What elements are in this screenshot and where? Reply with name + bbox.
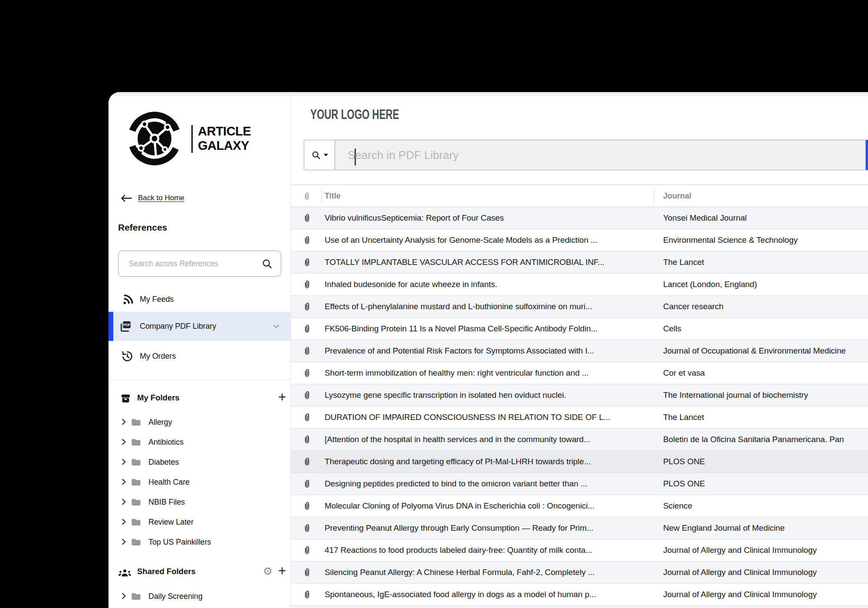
- folder-item[interactable]: Top US Painkillers: [108, 532, 290, 552]
- sidebar-item-label[interactable]: My Orders: [140, 352, 176, 361]
- table-row[interactable]: TOTALLY IMPLANTABLE VASCULAR ACCESS FOR …: [291, 251, 868, 274]
- sidebar-item-company-pdf-library[interactable]: PDF Company PDF Library: [108, 312, 290, 341]
- table-row[interactable]: Molecular Cloning of Polyoma Virus DNA i…: [291, 495, 868, 517]
- table-row[interactable]: Silencing Peanut Allergy: A Chinese Herb…: [291, 562, 868, 584]
- chevron-right-icon[interactable]: [122, 479, 126, 485]
- row-journal[interactable]: Lancet (London, England): [663, 274, 868, 295]
- chevron-right-icon[interactable]: [122, 459, 126, 465]
- paperclip-icon[interactable]: [303, 346, 311, 356]
- row-journal[interactable]: Science: [663, 495, 868, 517]
- chevron-right-icon[interactable]: [122, 419, 126, 425]
- paperclip-icon[interactable]: [303, 545, 311, 555]
- row-title[interactable]: Molecular Cloning of Polyoma Virus DNA i…: [325, 495, 647, 517]
- sidebar-item-my-feeds[interactable]: My Feeds: [108, 289, 290, 309]
- folder-label[interactable]: Diabetes: [148, 458, 179, 467]
- paperclip-icon[interactable]: [303, 302, 311, 312]
- table-row[interactable]: FK506-Binding Protein 11 Is a Novel Plas…: [291, 318, 868, 340]
- paperclip-icon[interactable]: [303, 280, 311, 290]
- paperclip-icon[interactable]: [303, 368, 311, 378]
- folder-label[interactable]: Review Later: [148, 518, 194, 527]
- gear-icon[interactable]: ⚙: [261, 565, 274, 578]
- paperclip-icon[interactable]: [303, 413, 311, 423]
- paperclip-icon[interactable]: [303, 213, 311, 223]
- row-title[interactable]: Inhaled budesonide for acute wheeze in i…: [325, 274, 647, 295]
- paperclip-icon[interactable]: [303, 568, 311, 578]
- folder-item[interactable]: Health Care: [108, 472, 290, 492]
- row-journal[interactable]: The Lancet: [663, 251, 868, 273]
- table-row[interactable]: [Attention of the hospital in health ser…: [291, 429, 868, 451]
- table-row[interactable]: Preventing Peanut Allergy through Early …: [291, 517, 868, 539]
- folder-item[interactable]: Daily Screening: [108, 586, 290, 606]
- row-title[interactable]: FK506-Binding Protein 11 Is a Novel Plas…: [325, 318, 647, 340]
- row-journal[interactable]: The International journal of biochemistr…: [663, 384, 868, 406]
- row-title[interactable]: Use of an Uncertainty Analysis for Genom…: [325, 229, 647, 251]
- table-row[interactable]: Prevalence of and Potential Risk Factors…: [291, 340, 868, 362]
- folder-label[interactable]: NBIB Files: [148, 498, 185, 507]
- paperclip-icon[interactable]: [303, 192, 310, 201]
- table-row[interactable]: Lysozyme gene specific transcription in …: [291, 384, 868, 406]
- row-journal[interactable]: Journal of Allergy and Clinical Immunolo…: [663, 539, 868, 561]
- sidebar-item-label[interactable]: My Feeds: [140, 295, 174, 304]
- row-title[interactable]: Therapeutic dosing and targeting efficac…: [325, 451, 647, 473]
- row-journal[interactable]: PLOS ONE: [663, 451, 868, 473]
- row-journal[interactable]: Cancer research: [663, 296, 868, 317]
- table-row[interactable]: DURATION OF IMPAIRED CONSCIOUSNESS IN RE…: [291, 406, 868, 429]
- sidebar-item-my-orders[interactable]: My Orders: [108, 346, 290, 366]
- paperclip-icon[interactable]: [303, 523, 311, 533]
- folder-label[interactable]: Antibiotics: [148, 438, 184, 447]
- paperclip-icon[interactable]: [303, 457, 311, 467]
- paperclip-icon[interactable]: [303, 479, 311, 489]
- row-journal[interactable]: New England Journal of Medicine: [663, 517, 868, 539]
- row-journal[interactable]: Journal of Allergy and Clinical Immunolo…: [663, 584, 868, 605]
- paperclip-icon[interactable]: [303, 590, 311, 600]
- references-search-input[interactable]: [118, 251, 281, 276]
- row-journal[interactable]: Cells: [663, 318, 868, 340]
- row-journal[interactable]: Boletin de la Oficina Sanitaria Panameri…: [663, 429, 868, 450]
- back-to-home-link[interactable]: Back to Home: [120, 191, 184, 205]
- folder-label[interactable]: Allergy: [148, 418, 172, 427]
- search-button-edge[interactable]: [866, 140, 868, 170]
- table-row[interactable]: Therapeutic dosing and targeting efficac…: [291, 451, 868, 473]
- paperclip-icon[interactable]: [303, 324, 311, 334]
- row-title[interactable]: Vibrio vulnificusSepticemia: Report of F…: [325, 207, 647, 229]
- column-header-title[interactable]: Title: [325, 185, 341, 207]
- sidebar-item-label[interactable]: Company PDF Library: [140, 322, 216, 331]
- folder-item[interactable]: Review Later: [108, 512, 290, 532]
- chevron-right-icon[interactable]: [122, 499, 126, 505]
- table-row[interactable]: Short-term immobilization of healthy men…: [291, 362, 868, 384]
- row-journal[interactable]: Journal of Allergy and Clinical Immunolo…: [663, 562, 868, 583]
- row-journal[interactable]: Environmental Science & Technology: [663, 229, 868, 251]
- paperclip-icon[interactable]: [303, 435, 311, 445]
- table-row[interactable]: Effects of L-phenylalanine mustard and L…: [291, 296, 868, 318]
- row-title[interactable]: Prevalence of and Potential Risk Factors…: [325, 340, 647, 362]
- folder-label[interactable]: Top US Painkillers: [148, 538, 211, 547]
- row-title[interactable]: Designing peptides predicted to bind to …: [325, 473, 647, 495]
- row-journal[interactable]: Cor et vasa: [663, 362, 868, 384]
- row-title[interactable]: DURATION OF IMPAIRED CONSCIOUSNESS IN RE…: [325, 406, 647, 428]
- row-title[interactable]: [Attention of the hospital in health ser…: [325, 429, 647, 450]
- pdf-library-search-input[interactable]: [335, 140, 865, 170]
- row-journal[interactable]: Yonsei Medical Journal: [663, 207, 868, 229]
- add-shared-folder-button[interactable]: +: [276, 563, 288, 579]
- chevron-down-icon[interactable]: [271, 321, 281, 333]
- row-title[interactable]: Effects of L-phenylalanine mustard and L…: [325, 296, 647, 317]
- column-header-journal[interactable]: Journal: [663, 185, 691, 207]
- row-title[interactable]: 417 Reactions to food products labeled d…: [325, 539, 647, 561]
- folder-label[interactable]: Health Care: [148, 478, 190, 487]
- chevron-right-icon[interactable]: [122, 519, 126, 525]
- row-title[interactable]: TOTALLY IMPLANTABLE VASCULAR ACCESS FOR …: [325, 251, 647, 273]
- folder-item[interactable]: Antibiotics: [108, 432, 290, 452]
- row-journal[interactable]: The Lancet: [663, 406, 868, 428]
- chevron-right-icon[interactable]: [122, 593, 126, 599]
- table-row[interactable]: Use of an Uncertainty Analysis for Genom…: [291, 229, 868, 251]
- table-row[interactable]: Designing peptides predicted to bind to …: [291, 473, 868, 495]
- back-to-home-label[interactable]: Back to Home: [138, 194, 184, 202]
- folder-item[interactable]: Diabetes: [108, 452, 290, 472]
- row-journal[interactable]: Journal of Occupational & Environmental …: [663, 340, 868, 362]
- add-folder-button[interactable]: +: [276, 390, 288, 405]
- folder-label[interactable]: Daily Screening: [148, 592, 203, 601]
- table-row[interactable]: Vibrio vulnificusSepticemia: Report of F…: [291, 207, 868, 229]
- search-icon[interactable]: [261, 258, 273, 271]
- paperclip-icon[interactable]: [303, 501, 311, 511]
- row-title[interactable]: Lysozyme gene specific transcription in …: [325, 384, 647, 406]
